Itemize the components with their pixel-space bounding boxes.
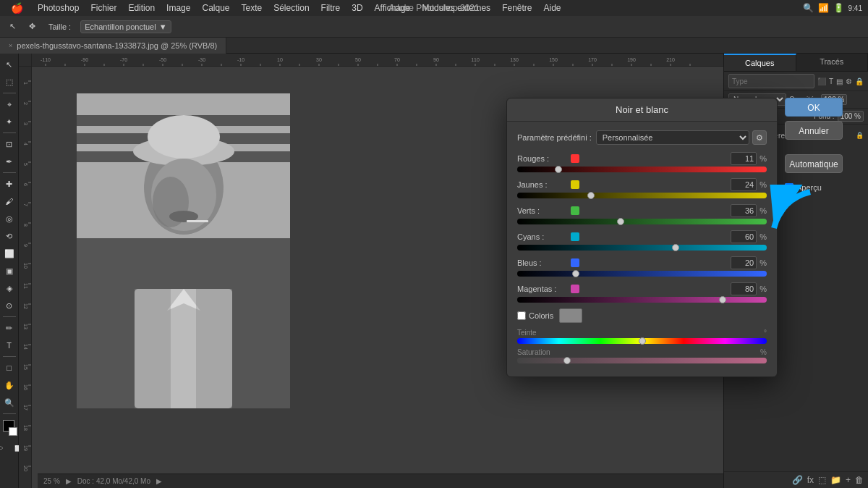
gear-button[interactable]: ⚙: [752, 130, 767, 145]
delete-layer-icon[interactable]: 🗑: [855, 475, 864, 485]
slider-track-0[interactable]: [517, 167, 767, 172]
svg-text:-90: -90: [81, 57, 88, 62]
ok-button[interactable]: OK: [785, 98, 843, 117]
slider-value-0[interactable]: 11: [731, 152, 757, 165]
tool-eraser[interactable]: ⬜: [1, 245, 17, 261]
layer-search[interactable]: [728, 74, 814, 88]
menu-aide[interactable]: Aide: [538, 0, 566, 16]
menu-filtre[interactable]: Filtre: [316, 0, 346, 16]
percent-sign-2: %: [760, 206, 767, 215]
slider-label-4: Bleus :: [517, 258, 568, 267]
tool-lasso[interactable]: ⌖: [1, 96, 17, 112]
apercu-checkbox[interactable]: [785, 183, 793, 192]
layer-icon2: T: [829, 77, 833, 85]
link-icon[interactable]: 🔗: [792, 475, 803, 485]
svg-text:90: 90: [433, 57, 439, 62]
tool-wand[interactable]: ✦: [1, 114, 17, 130]
coloris-checkbox[interactable]: [517, 311, 526, 320]
teinte-thumb[interactable]: [639, 337, 646, 345]
slider-label-2: Verts :: [517, 206, 568, 215]
preset-select[interactable]: Personnalisée: [596, 130, 749, 145]
tab-filename: pexels-thgusstavo-santana-1933873.jpg @ …: [17, 41, 217, 50]
saturation-thumb[interactable]: [563, 357, 571, 364]
svg-text:130: 130: [510, 57, 519, 62]
menu-image[interactable]: Image: [161, 0, 195, 16]
dialog-outer: Noir et blanc Paramètre prédéfini : Pers…: [506, 98, 846, 377]
document-tab[interactable]: × pexels-thgusstavo-santana-1933873.jpg …: [0, 38, 226, 54]
slider-track-4[interactable]: [517, 271, 767, 277]
menu-photoshop[interactable]: Photoshop: [33, 0, 84, 16]
menu-selection[interactable]: Sélection: [268, 0, 314, 16]
svg-text:7: 7: [23, 203, 28, 206]
mask-icon[interactable]: ⬚: [818, 475, 826, 485]
search-icon[interactable]: 🔍: [803, 3, 814, 13]
slider-thumb-2[interactable]: [617, 218, 624, 225]
svg-rect-105: [187, 220, 208, 222]
tool-history[interactable]: ⟲: [1, 228, 17, 244]
sliders-container: Rouges :11%Jaunes :24%Verts :36%Cyans :6…: [517, 152, 767, 303]
slider-track-1[interactable]: [517, 193, 767, 198]
slider-thumb-0[interactable]: [555, 166, 562, 173]
slider-value-2[interactable]: 36: [731, 204, 757, 217]
tool-crop[interactable]: ⊡: [1, 136, 17, 152]
tool-pen[interactable]: ✏: [1, 320, 17, 336]
tab-calques[interactable]: Calques: [724, 54, 796, 71]
tool-text[interactable]: T: [1, 337, 17, 353]
apple-menu[interactable]: 🍎: [6, 0, 28, 16]
menu-fenetre[interactable]: Fenêtre: [497, 0, 537, 16]
slider-group-bleus: Bleus :20%: [517, 256, 767, 277]
teinte-slider-track[interactable]: [517, 338, 767, 344]
tool-gradient[interactable]: ▣: [1, 263, 17, 279]
tool-dodge[interactable]: ⊙: [1, 298, 17, 314]
quick-mask[interactable]: ⬭: [0, 440, 9, 456]
layer-icon5: 🔒: [855, 77, 864, 85]
echantillon-select[interactable]: Echantillon ponctuel ▼: [80, 20, 171, 33]
coloris-swatch[interactable]: [559, 308, 582, 323]
slider-value-5[interactable]: 80: [731, 282, 757, 295]
slider-thumb-5[interactable]: [719, 296, 726, 303]
slider-track-2[interactable]: [517, 219, 767, 224]
tool-eyedrop[interactable]: ✒: [1, 153, 17, 169]
group-icon[interactable]: 📁: [830, 475, 841, 485]
slider-value-1[interactable]: 24: [731, 178, 757, 191]
slider-track-3[interactable]: [517, 245, 767, 251]
tool-move-btn[interactable]: ✥: [25, 20, 39, 33]
slider-thumb-1[interactable]: [587, 192, 595, 199]
tool-separator-4: [3, 316, 16, 317]
svg-text:-110: -110: [41, 57, 51, 62]
tool-select[interactable]: ↖: [1, 56, 17, 72]
new-layer-icon[interactable]: +: [846, 475, 851, 485]
saturation-slider-track[interactable]: [517, 358, 767, 363]
tool-stamp[interactable]: ◎: [1, 211, 17, 227]
tool-zoom[interactable]: 🔍: [1, 395, 17, 411]
menu-3d[interactable]: 3D: [346, 0, 367, 16]
tab-close[interactable]: ×: [9, 42, 12, 49]
slider-thumb-3[interactable]: [672, 244, 679, 251]
slider-value-4[interactable]: 20: [731, 256, 757, 269]
auto-button[interactable]: Automatique: [785, 154, 843, 173]
tool-shape[interactable]: □: [1, 360, 17, 376]
tool-blur[interactable]: ◈: [1, 280, 17, 296]
tab-traces[interactable]: Tracés: [796, 54, 869, 71]
menu-fichier[interactable]: Fichier: [85, 0, 122, 16]
fx-icon[interactable]: fx: [807, 475, 814, 485]
tool-brush[interactable]: 🖌: [1, 193, 17, 209]
slider-label-row-2: Verts :36%: [517, 204, 767, 217]
slider-thumb-4[interactable]: [572, 270, 579, 277]
foreground-color[interactable]: [1, 420, 17, 436]
slider-value-3[interactable]: 60: [731, 230, 757, 243]
tool-arrow-btn[interactable]: ↖: [6, 20, 20, 33]
menu-texte[interactable]: Texte: [237, 0, 268, 16]
slider-label-row-1: Jaunes :24%: [517, 178, 767, 191]
slider-track-5[interactable]: [517, 297, 767, 303]
teinte-unit: °: [764, 329, 767, 337]
svg-text:16: 16: [23, 384, 28, 390]
apercu-row: Aperçu: [785, 183, 843, 192]
tool-separator-1: [3, 93, 16, 93]
tool-marquee[interactable]: ⬚: [1, 74, 17, 90]
tool-heal[interactable]: ✚: [1, 176, 17, 192]
tool-hand[interactable]: ✋: [1, 377, 17, 393]
menu-edition[interactable]: Edition: [123, 0, 160, 16]
cancel-button[interactable]: Annuler: [785, 121, 843, 140]
menu-calque[interactable]: Calque: [197, 0, 234, 16]
